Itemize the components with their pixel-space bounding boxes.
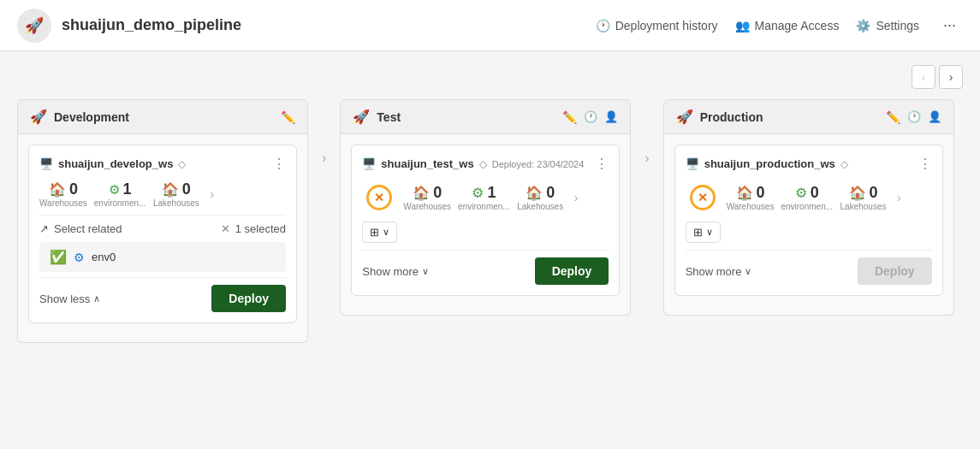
stage-test-icon: 🚀: [353, 109, 370, 125]
lake-icon: 🏠: [162, 181, 179, 198]
test-deploy-button[interactable]: Deploy: [535, 257, 609, 285]
prod-env-label: environmen...: [781, 202, 833, 211]
prod-grid-icon: ⊞: [693, 226, 703, 239]
stage-dev-edit-icon[interactable]: ✏️: [281, 110, 295, 124]
metric-test-warehouses: 🏠 0 Warehouses: [403, 184, 451, 211]
env-icon: ⚙: [109, 182, 120, 198]
test-status-circle: ✕: [362, 180, 396, 215]
main-content: ‹ › 🚀 Development ✏️ 🖥️ shuaijun_develop…: [0, 51, 980, 449]
warehouse-icon: 🏠: [49, 181, 66, 198]
pipeline-title: shuaijun_demo_pipeline: [62, 16, 241, 34]
workspace-test-name: shuaijun_test_ws: [381, 157, 473, 170]
prod-env-icon: ⚙: [795, 185, 807, 201]
workspace-test-more-button[interactable]: ⋮: [595, 156, 609, 172]
stage-production-body: 🖥️ shuaijun_production_ws ◇ ⋮ ✕: [663, 134, 954, 316]
nav-prev-button[interactable]: ‹: [912, 65, 935, 89]
select-related-left: ↗ Select related: [39, 222, 122, 235]
select-related-label[interactable]: Select related: [54, 222, 122, 235]
nav-next-button[interactable]: ›: [939, 65, 963, 89]
show-more-test-button[interactable]: Show more ∨: [362, 265, 429, 278]
show-less-button[interactable]: Show less ∧: [39, 292, 100, 305]
workspace-test-name-group: 🖥️ shuaijun_test_ws ◇ Deployed: 23/04/20…: [362, 157, 584, 170]
prod-warehouse-label: Warehouses: [727, 202, 775, 211]
show-more-prod-button[interactable]: Show more ∨: [686, 265, 752, 278]
prod-dropdown-row: ⊞ ∨: [686, 222, 932, 243]
stage-dev-icon: 🚀: [30, 109, 47, 125]
test-status-x-icon: ✕: [374, 191, 384, 204]
manage-access-button[interactable]: 👥 Manage Access: [735, 19, 840, 32]
lake-label: Lakehouses: [153, 198, 199, 208]
manage-access-label: Manage Access: [755, 19, 840, 32]
workspace-test-card: 🖥️ shuaijun_test_ws ◇ Deployed: 23/04/20…: [351, 145, 620, 296]
env-count: 1: [123, 180, 132, 198]
prod-warehouse-icon: 🏠: [736, 185, 753, 201]
check-icon: ✅: [50, 249, 67, 265]
stage-test-clock-icon[interactable]: 🕐: [584, 110, 597, 123]
stage-prod-edit-icon[interactable]: ✏️: [886, 110, 900, 124]
test-dropdown-toggle[interactable]: ⊞ ∨: [362, 222, 397, 243]
workspace-production-header: 🖥️ shuaijun_production_ws ◇ ⋮: [686, 156, 932, 172]
app-icon: 🚀: [17, 9, 51, 43]
selected-count: 1 selected: [235, 222, 286, 235]
chevron-down-test-icon: ∨: [422, 266, 429, 277]
prod-status-x-icon: ✕: [698, 191, 708, 204]
test-env-icon: ⚙: [472, 185, 484, 201]
share-icon: ↗: [39, 222, 49, 235]
select-related-right: ✕ 1 selected: [221, 222, 286, 235]
workspace-develop-more-button[interactable]: ⋮: [272, 156, 286, 172]
chevron-down-prod-icon: ∨: [745, 266, 751, 277]
stage-test-name: Test: [377, 110, 555, 124]
test-metrics-arrow[interactable]: ›: [574, 191, 579, 204]
clock-icon: 🕐: [596, 19, 610, 32]
gear-icon: ⚙️: [856, 19, 870, 32]
metric-prod-warehouses: 🏠 0 Warehouses: [727, 184, 775, 211]
stage-production-header: 🚀 Production ✏️ 🕐 👤: [663, 99, 954, 134]
workspace-production-metrics: ✕ 🏠 0 Warehouses ⚙: [686, 180, 932, 215]
prod-dropdown-toggle[interactable]: ⊞ ∨: [686, 222, 721, 243]
chevron-up-icon: ∧: [93, 293, 100, 304]
header: 🚀 shuaijun_demo_pipeline 🕐 Deployment hi…: [0, 0, 980, 51]
stage-prod-name: Production: [700, 110, 879, 124]
prod-lake-label: Lakehouses: [840, 202, 887, 211]
workspace-develop-type-icon: 🖥️: [39, 157, 53, 170]
workspace-test-deployed: Deployed: 23/04/2024: [492, 159, 585, 169]
stage-development: 🚀 Development ✏️ 🖥️ shuaijun_develop_ws …: [17, 99, 308, 343]
develop-deploy-button[interactable]: Deploy: [211, 285, 286, 312]
stage-prod-clock-icon[interactable]: 🕐: [907, 110, 921, 123]
stage-test-edit-icon[interactable]: ✏️: [562, 110, 577, 124]
workspace-develop-name-group: 🖥️ shuaijun_develop_ws ◇: [39, 157, 186, 170]
stage-prod-person-icon[interactable]: 👤: [928, 110, 941, 123]
workspace-develop-diamond-icon: ◇: [178, 158, 186, 170]
workspace-test-metrics: ✕ 🏠 0 Warehouses ⚙: [362, 180, 609, 215]
workspace-test-header: 🖥️ shuaijun_test_ws ◇ Deployed: 23/04/20…: [362, 156, 609, 172]
prod-dropdown-chevron-icon: ∨: [706, 227, 713, 238]
test-warehouse-label: Warehouses: [403, 202, 451, 211]
stage-test-person-icon[interactable]: 👤: [604, 110, 618, 123]
stage-test: 🚀 Test ✏️ 🕐 👤 🖥️ shuaijun_test_ws ◇ Depl…: [340, 99, 631, 316]
prod-status-ring: ✕: [690, 185, 716, 210]
deployment-history-button[interactable]: 🕐 Deployment history: [596, 19, 718, 32]
metrics-arrow[interactable]: ›: [210, 187, 214, 201]
clear-selection-button[interactable]: ✕: [221, 222, 230, 235]
header-right: 🕐 Deployment history 👥 Manage Access ⚙️ …: [596, 13, 963, 38]
metric-prod-lakehouses: 🏠 0 Lakehouses: [840, 184, 887, 211]
more-button[interactable]: ···: [936, 13, 963, 38]
prod-deploy-button: Deploy: [858, 257, 932, 285]
settings-button[interactable]: ⚙️ Settings: [856, 19, 919, 32]
test-lake-icon: 🏠: [526, 185, 543, 201]
header-left: 🚀 shuaijun_demo_pipeline: [17, 9, 241, 43]
test-status-ring: ✕: [366, 185, 392, 210]
metric-lakehouses: 🏠 0 Lakehouses: [152, 180, 199, 208]
env-item-env0: ✅ ⚙ env0: [39, 242, 286, 272]
workspace-production-more-button[interactable]: ⋮: [918, 156, 932, 172]
stage-test-body: 🖥️ shuaijun_test_ws ◇ Deployed: 23/04/20…: [340, 134, 631, 316]
workspace-develop-footer: Show less ∧ Deploy: [39, 277, 286, 312]
test-dropdown-row: ⊞ ∨: [362, 222, 609, 243]
workspace-test-type-icon: 🖥️: [362, 157, 376, 170]
test-env-label: environmen...: [458, 202, 510, 211]
prod-metrics-arrow[interactable]: ›: [897, 191, 901, 204]
workspace-production-footer: Show more ∨ Deploy: [686, 250, 932, 285]
dropdown-chevron-icon: ∨: [383, 227, 389, 238]
env0-label: env0: [92, 251, 116, 263]
workspace-production-name-group: 🖥️ shuaijun_production_ws ◇: [686, 157, 848, 170]
